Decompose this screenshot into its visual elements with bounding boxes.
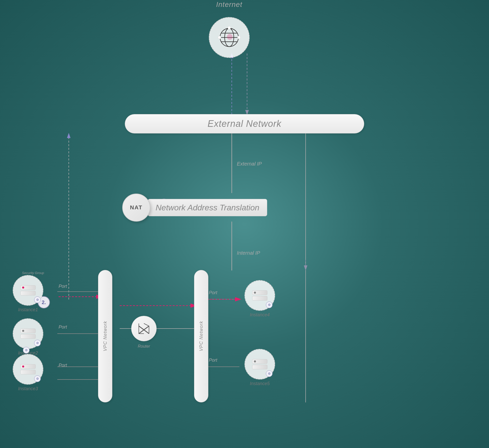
svg-text:Port: Port (59, 324, 67, 330)
internet-label: Internet (216, 1, 242, 9)
router-icon (136, 321, 152, 336)
instance5-inner (252, 359, 267, 369)
instance2-bar2 (20, 334, 36, 339)
svg-text:Port: Port (59, 284, 67, 289)
nat-container: NAT Network Address Translation (122, 194, 267, 222)
instance2-inner (20, 329, 36, 339)
instance2-circle: ⚙ (13, 318, 43, 349)
instance-node-3: ⚙ ⚙ Instance3 (13, 354, 43, 391)
instance1-bar (20, 285, 36, 290)
security-group-label: Security Group (22, 271, 44, 275)
external-network-text: External Network (208, 118, 281, 129)
instance1-label: Instance1 (18, 307, 38, 313)
instance-node-5: ⚙ Instance5 (244, 349, 275, 386)
router-node: Router (131, 316, 157, 341)
svg-text:Port: Port (209, 290, 218, 295)
diagram-container: External IP Internal IP Port Port Port P… (0, 0, 489, 448)
instance4-bar (252, 290, 267, 295)
instance-node-4: ⚙ Instance4 (244, 280, 275, 318)
instance1-dot (22, 287, 24, 289)
instance2-dot (22, 330, 24, 332)
svg-text:Internal IP: Internal IP (237, 250, 260, 256)
instance3-top-security: ⚙ (23, 347, 30, 354)
instance5-bar (252, 359, 267, 364)
vpc-network-left: VPC Network (98, 270, 112, 402)
instance4-inner (252, 290, 267, 301)
globe-icon (218, 26, 241, 49)
nat-circle: NAT (122, 194, 150, 222)
svg-text:External IP: External IP (237, 161, 262, 167)
instance4-label: Instance4 (250, 312, 270, 318)
instance3-bar2 (20, 370, 36, 374)
instance5-security-badge: ⚙ (266, 370, 273, 377)
instance-node-1: Security Group ⚙ Instance1 (13, 275, 43, 313)
svg-point-40 (218, 36, 221, 39)
instance2-bar (20, 329, 36, 333)
instance3-dot (22, 365, 24, 368)
instance3-inner (20, 364, 36, 374)
instance5-circle: ⚙ (244, 349, 275, 379)
instance3-bar (20, 364, 36, 369)
nat-box: Network Address Translation (148, 199, 267, 216)
instance5-dot (254, 360, 256, 362)
svg-point-39 (227, 34, 233, 40)
instance4-security-badge: ⚙ (266, 302, 273, 308)
svg-text:Port: Port (59, 363, 67, 368)
instance3-circle: ⚙ (13, 354, 43, 385)
external-network-bar: External Network (125, 114, 364, 133)
svg-text:Port: Port (209, 358, 218, 363)
instance3-security-badge: ⚙ (34, 375, 41, 382)
instance1-inner (20, 285, 36, 295)
instance4-circle: ⚙ (244, 280, 275, 311)
instance3-label: Instance3 (18, 386, 38, 391)
router-label: Router (138, 344, 150, 349)
instance1-circle: Security Group ⚙ (13, 275, 43, 306)
instance5-bar2 (252, 365, 267, 369)
instance1-bar2 (20, 291, 36, 295)
svg-point-42 (228, 26, 230, 29)
internet-circle (209, 17, 250, 58)
vpc-network-right: VPC Network (194, 270, 208, 402)
instance5-label: Instance5 (250, 381, 270, 386)
instance4-bar2 (252, 296, 267, 301)
instance4-dot (254, 292, 256, 294)
instance1-security-badge: ⚙ (34, 296, 41, 303)
instance2-security-badge: ⚙ (34, 340, 41, 346)
internet-node: Internet (209, 8, 250, 58)
svg-point-41 (238, 36, 240, 39)
